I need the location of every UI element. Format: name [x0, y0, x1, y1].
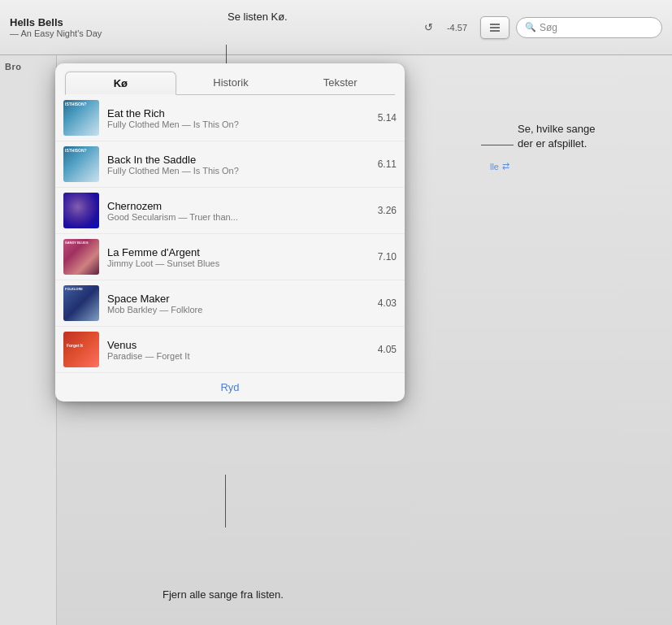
song-info-1: Eat the Rich Fully Clothed Men — Is This… — [107, 107, 370, 129]
search-placeholder: Søg — [540, 22, 557, 33]
song-duration-5: 4.03 — [378, 297, 397, 309]
tab-historik[interactable]: Historik — [176, 72, 286, 95]
annotation-right: Se, hvilke sange der er afspillet. — [518, 122, 664, 151]
song-meta-2: Fully Clothed Men — Is This On? — [107, 166, 370, 176]
song-title-4: La Femme d'Argent — [107, 246, 370, 258]
song-info-3: Chernozem Good Secularism — Truer than..… — [107, 200, 370, 222]
clear-button[interactable]: Ryd — [55, 373, 405, 401]
song-duration-2: 6.11 — [378, 158, 397, 170]
shuffle-button[interactable]: lle ⇄ — [490, 161, 509, 171]
repeat-button[interactable]: ↺ — [418, 19, 440, 37]
song-item-5[interactable]: Space Maker Mob Barkley — Folklore 4.03 — [55, 280, 405, 327]
sidebar: Bro — [0, 55, 57, 625]
annotation-bottom: Fjern alle sange fra listen. — [163, 588, 284, 602]
queue-popup: Kø Historik Tekster Eat the Rich Fully C… — [55, 63, 405, 401]
song-list: Eat the Rich Fully Clothed Men — Is This… — [55, 95, 405, 373]
song-meta-1: Fully Clothed Men — Is This On? — [107, 119, 370, 129]
queue-button[interactable] — [480, 16, 509, 39]
now-playing-title: Hells Bells — [10, 16, 418, 28]
song-meta-5: Mob Barkley — Folklore — [107, 305, 370, 315]
queue-icon — [488, 21, 501, 34]
song-meta-4: Jimmy Loot — Sunset Blues — [107, 258, 370, 268]
search-icon: 🔍 — [525, 22, 536, 33]
now-playing-subtitle: — An Easy Night's Day — [10, 28, 418, 38]
song-title-2: Back In the Saddle — [107, 154, 370, 166]
now-playing: Hells Bells — An Easy Night's Day — [10, 16, 418, 38]
song-title-1: Eat the Rich — [107, 107, 370, 119]
album-art-1 — [63, 100, 99, 136]
album-art-5 — [63, 285, 99, 321]
tab-bar: Kø Historik Tekster — [55, 63, 405, 95]
song-info-2: Back In the Saddle Fully Clothed Men — I… — [107, 154, 370, 176]
tab-kø[interactable]: Kø — [65, 72, 176, 95]
album-art-2 — [63, 146, 99, 182]
song-title-6: Venus — [107, 339, 370, 351]
song-item-3[interactable]: Chernozem Good Secularism — Truer than..… — [55, 188, 405, 234]
song-duration-3: 3.26 — [378, 205, 397, 216]
annotation-right-line — [481, 145, 514, 145]
shuffle-area: lle ⇄ — [490, 161, 509, 171]
top-bar-controls: ↺ -4.57 🔍 Søg — [418, 16, 662, 39]
album-art-6 — [63, 332, 99, 367]
song-meta-3: Good Secularism — Truer than... — [107, 212, 370, 222]
album-art-4 — [63, 239, 99, 275]
song-duration-6: 4.05 — [378, 344, 397, 355]
song-item-2[interactable]: Back In the Saddle Fully Clothed Men — I… — [55, 141, 405, 188]
shuffle-icon: ⇄ — [502, 161, 509, 171]
song-info-5: Space Maker Mob Barkley — Folklore — [107, 293, 370, 315]
album-art-3 — [63, 193, 99, 228]
search-bar[interactable]: 🔍 Søg — [516, 17, 662, 38]
annotation-bottom-line — [225, 475, 226, 527]
sidebar-section-label: Bro — [0, 55, 56, 75]
annotation-top: Se listen Kø. — [228, 10, 288, 24]
volume-display: -4.57 — [447, 23, 467, 33]
song-item-4[interactable]: La Femme d'Argent Jimmy Loot — Sunset Bl… — [55, 234, 405, 280]
song-title-3: Chernozem — [107, 200, 370, 212]
top-bar: Hells Bells — An Easy Night's Day ↺ -4.5… — [0, 0, 672, 55]
song-meta-6: Paradise — Forget It — [107, 351, 370, 361]
song-info-6: Venus Paradise — Forget It — [107, 339, 370, 361]
tab-tekster[interactable]: Tekster — [285, 72, 395, 95]
song-item-1[interactable]: Eat the Rich Fully Clothed Men — Is This… — [55, 95, 405, 141]
song-duration-1: 5.14 — [378, 112, 397, 124]
song-info-4: La Femme d'Argent Jimmy Loot — Sunset Bl… — [107, 246, 370, 268]
song-duration-4: 7.10 — [378, 251, 397, 263]
song-item-6[interactable]: Venus Paradise — Forget It 4.05 — [55, 327, 405, 373]
song-title-5: Space Maker — [107, 293, 370, 305]
